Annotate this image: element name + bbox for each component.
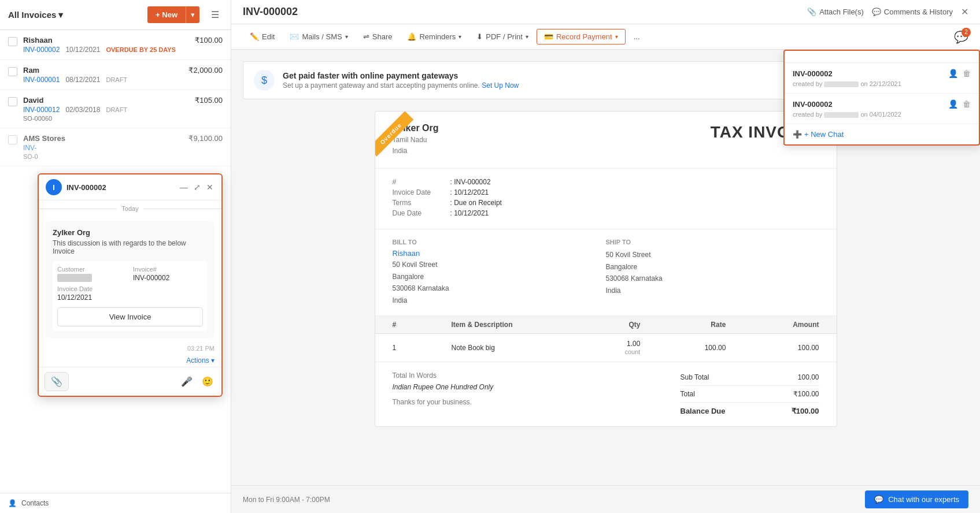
comments-history-button[interactable]: 💬 Comments & History — [872, 8, 953, 16]
chat-attach-button[interactable]: 📎 — [45, 372, 69, 391]
chat-experts-button[interactable]: 💬 Chat with our experts — [865, 490, 968, 508]
chevron-down-icon: ▾ — [458, 34, 461, 40]
new-chat-button[interactable]: ➕ + New Chat — [785, 124, 979, 144]
share-button[interactable]: ⇌ Share — [356, 29, 400, 44]
invoice-org-addr: Tamil Nadu India — [393, 135, 711, 157]
chat-time: 03:21 PM — [39, 343, 221, 354]
comment-title: INV-000002 — [793, 100, 833, 109]
contacts-footer[interactable]: 👤 Contacts — [0, 493, 231, 513]
invoice-checkbox[interactable] — [8, 67, 17, 76]
record-payment-button[interactable]: 💳 Record Payment ▾ — [537, 29, 626, 44]
all-invoices-label: All Invoices — [8, 10, 56, 20]
chat-mic-button[interactable]: 🎤 — [179, 374, 195, 389]
invoice-checkbox[interactable] — [8, 37, 17, 46]
pdf-print-button[interactable]: ⬇ PDF / Print ▾ — [469, 29, 535, 44]
invoice-checkbox[interactable] — [8, 135, 17, 144]
gateway-text: Get paid faster with online payment gate… — [283, 71, 519, 90]
minimize-button[interactable]: — — [179, 181, 189, 193]
chat-message-text: This discussion is with regards to the b… — [53, 239, 208, 255]
invoice-status: DRAFT — [106, 76, 127, 83]
invoice-header: Zylker Org Tamil Nadu India TAX INVOICE — [375, 111, 837, 169]
new-button-dropdown[interactable]: ▾ — [186, 6, 199, 23]
invoice-amount: ₹105.00 — [195, 96, 223, 105]
bill-to-label: Bill To — [393, 239, 606, 246]
row-item: Note Book big — [434, 333, 581, 362]
invoice-customer-name: Rishaan — [23, 36, 189, 44]
more-actions-button[interactable]: ... — [627, 29, 647, 44]
share-label: Share — [372, 32, 393, 41]
subtotal-label: Sub Total — [681, 373, 709, 381]
chat-emoji-button[interactable]: 🙂 — [199, 374, 216, 389]
chat-invoice-date-label: Invoice Date — [57, 285, 203, 292]
invoice-sub: INV-000002 10/12/2021 OVERDUE BY 25 DAYS — [23, 46, 189, 54]
comment-item-header: INV-000002 👤 🗑 — [793, 99, 971, 109]
trash-icon[interactable]: 🗑 — [963, 69, 971, 78]
chevron-down-icon: ▾ — [615, 34, 618, 40]
invoice-meta-row: Invoice Date : 10/12/2021 — [393, 188, 819, 196]
balance-due-row: Balance Due ₹100.00 — [681, 405, 819, 417]
invoice-checkbox[interactable] — [8, 97, 17, 106]
comment-item-header: INV-000002 👤 🗑 — [793, 69, 971, 78]
setup-now-link[interactable]: Set Up Now — [482, 81, 519, 90]
mails-sms-button[interactable]: ✉️ Mails / SMS ▾ — [283, 29, 354, 44]
chevron-down-icon: ▾ — [345, 34, 348, 40]
all-invoices-dropdown[interactable]: All Invoices ▾ — [8, 10, 63, 20]
due-date-value: : 10/12/2021 — [450, 209, 489, 217]
list-item[interactable]: AMS Stores INV- SO-0 ₹9,100.00 — [0, 128, 231, 166]
due-date-label: Due Date — [393, 209, 450, 217]
ship-to-label: Ship To — [606, 239, 819, 246]
comments-label: Comments & History — [884, 8, 953, 16]
page-title: INV-000002 — [243, 6, 298, 18]
invoice-number[interactable]: INV-000012 — [23, 106, 60, 114]
chat-customer-label: Customer — [57, 266, 127, 273]
user-icon[interactable]: 👤 — [948, 69, 958, 78]
plus-icon: ➕ — [793, 130, 802, 139]
invoice-number[interactable]: INV- — [23, 144, 36, 152]
col-num: # — [375, 316, 434, 334]
comments-panel-header — [785, 51, 979, 63]
left-header: All Invoices ▾ + New ▾ ☰ — [0, 0, 231, 30]
attach-files-button[interactable]: 📎 Attach File(s) — [807, 8, 864, 16]
paperclip-icon: 📎 — [807, 8, 816, 16]
list-item[interactable]: David INV-000012 02/03/2018 DRAFT SO-000… — [0, 90, 231, 128]
chat-icon: 💬 — [874, 495, 883, 504]
attach-label: Attach File(s) — [819, 8, 864, 16]
invoice-date-value: : 10/12/2021 — [450, 188, 489, 196]
user-icon[interactable]: 👤 — [948, 99, 958, 109]
invoice-number[interactable]: INV-000001 — [23, 76, 60, 84]
col-qty: Qty — [580, 316, 657, 334]
trash-icon[interactable]: 🗑 — [963, 99, 971, 109]
row-num: 1 — [375, 333, 434, 362]
new-button[interactable]: + New — [147, 6, 186, 23]
thanks-text: Thanks for your business. — [393, 398, 681, 406]
terms-value: : Due on Receipt — [450, 199, 502, 207]
total-row: Total ₹100.00 — [681, 388, 819, 400]
chat-message-card: Zylker Org This discussion is with regar… — [46, 221, 215, 338]
expand-button[interactable]: ⤢ — [193, 181, 202, 193]
chevron-down-icon: ▾ — [58, 10, 63, 20]
invoice-sub: INV-000001 08/12/2021 DRAFT — [23, 76, 183, 84]
chat-date-divider: Today — [39, 200, 221, 217]
chat-avatar: I — [46, 179, 62, 195]
mails-sms-label: Mails / SMS — [302, 32, 342, 41]
balance-due-value: ₹100.00 — [792, 407, 819, 415]
pdf-print-label: PDF / Print — [486, 32, 523, 41]
toolbar-right: 📎 Attach File(s) 💬 Comments & History ✕ — [807, 6, 968, 17]
chat-invoice-table: Customer Invoice# INV-000002 Invoice Dat… — [53, 261, 208, 331]
hamburger-button[interactable]: ☰ — [208, 6, 223, 24]
notification-badge: 2 — [961, 28, 971, 37]
list-item[interactable]: Ram INV-000001 08/12/2021 DRAFT ₹2,000.0… — [0, 60, 231, 90]
chat-actions[interactable]: Actions ▾ — [39, 354, 221, 367]
close-chat-button[interactable]: ✕ — [205, 181, 215, 193]
invoice-number[interactable]: INV-000002 — [23, 46, 60, 54]
invoice-date: 02/03/2018 — [65, 106, 100, 114]
view-invoice-button[interactable]: View Invoice — [57, 307, 203, 326]
edit-button[interactable]: ✏️ Edit — [243, 29, 282, 44]
reminders-button[interactable]: 🔔 Reminders ▾ — [400, 29, 468, 44]
list-item[interactable]: Rishaan INV-000002 10/12/2021 OVERDUE BY… — [0, 30, 231, 60]
invoice-amount: ₹100.00 — [195, 36, 223, 44]
billing-address-text: 50 Kovil StreetBangalore530068 Karnataka… — [393, 259, 606, 306]
close-button[interactable]: ✕ — [961, 6, 968, 17]
chat-popup-controls: — ⤢ ✕ — [179, 181, 215, 193]
invoice-meta-row: Due Date : 10/12/2021 — [393, 209, 819, 217]
